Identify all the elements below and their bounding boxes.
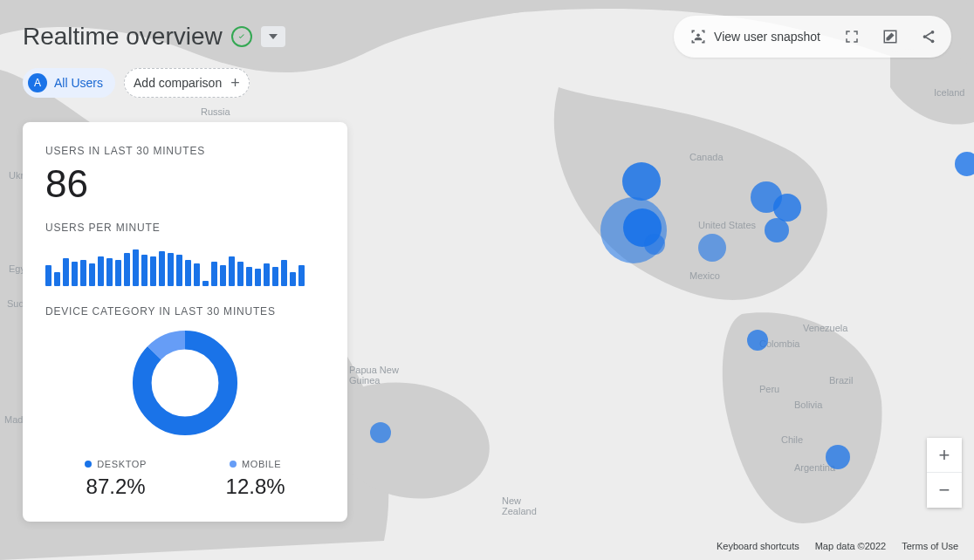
zoom-in-button[interactable]: +	[927, 438, 962, 473]
spark-bar	[237, 262, 244, 286]
status-check-icon	[231, 26, 252, 47]
title-dropdown-button[interactable]	[261, 26, 285, 47]
legend-desktop: DESKTOP 87.2%	[85, 455, 147, 499]
snapshot-icon	[689, 28, 707, 45]
zoom-control: + −	[927, 438, 962, 508]
realtime-user-bubble	[622, 162, 661, 201]
realtime-user-bubble	[698, 234, 726, 262]
spark-bar	[115, 260, 121, 286]
spark-bar	[202, 281, 209, 286]
spark-bar	[168, 253, 174, 286]
spark-bar	[194, 263, 200, 286]
spark-bar	[281, 260, 287, 286]
keyboard-shortcuts-link[interactable]: Keyboard shortcuts	[717, 541, 799, 551]
spark-bar	[80, 260, 86, 286]
terms-link[interactable]: Terms of Use	[902, 541, 958, 551]
spark-bar	[159, 251, 165, 286]
edit-icon	[882, 29, 898, 44]
edit-button[interactable]	[875, 21, 906, 52]
spark-bar	[185, 260, 191, 286]
users-per-minute-label: USERS PER MINUTE	[45, 222, 325, 234]
users-30min-value: 86	[45, 162, 325, 206]
realtime-user-bubble	[826, 445, 850, 469]
chip-label: Add comparison	[134, 76, 222, 90]
legend-mobile: MOBILE 12.8%	[226, 455, 285, 499]
device-donut-chart	[128, 326, 242, 440]
plus-icon: +	[230, 75, 240, 91]
realtime-user-bubble	[644, 234, 665, 255]
realtime-user-bubble	[747, 330, 768, 351]
view-snapshot-button[interactable]: View user snapshot	[681, 21, 829, 52]
spark-bar	[124, 253, 130, 286]
spark-bar	[290, 272, 296, 286]
all-users-chip[interactable]: A All Users	[23, 68, 115, 98]
realtime-user-bubble	[773, 194, 801, 222]
spark-bar	[133, 249, 139, 286]
share-button[interactable]	[913, 21, 944, 52]
users-per-minute-chart	[45, 242, 325, 286]
realtime-user-bubble	[370, 422, 391, 443]
fullscreen-button[interactable]	[836, 21, 868, 52]
spark-bar	[54, 272, 60, 286]
realtime-card: USERS IN LAST 30 MINUTES 86 USERS PER MI…	[23, 122, 347, 522]
zoom-out-button[interactable]: −	[927, 473, 962, 508]
realtime-user-bubble	[765, 218, 789, 242]
spark-bar	[141, 255, 147, 286]
spark-bar	[264, 263, 270, 286]
spark-bar	[106, 258, 113, 286]
spark-bar	[45, 265, 51, 286]
spark-bar	[63, 258, 69, 286]
svg-point-1	[696, 34, 700, 38]
page-title: Realtime overview	[23, 23, 223, 51]
map-data-label: Map data ©2022	[815, 541, 887, 551]
spark-bar	[298, 265, 305, 286]
spark-bar	[89, 263, 95, 286]
snapshot-label: View user snapshot	[714, 30, 820, 44]
spark-bar	[176, 255, 182, 286]
chip-label: All Users	[54, 76, 103, 90]
share-icon	[921, 29, 936, 44]
users-30min-label: USERS IN LAST 30 MINUTES	[45, 145, 325, 157]
spark-bar	[229, 256, 235, 286]
spark-bar	[98, 256, 104, 286]
spark-bar	[150, 256, 156, 286]
spark-bar	[72, 262, 78, 286]
map-attribution: Keyboard shortcuts Map data ©2022 Terms …	[717, 541, 958, 551]
spark-bar	[255, 269, 261, 286]
device-category-label: DEVICE CATEGORY IN LAST 30 MINUTES	[45, 305, 325, 318]
add-comparison-chip[interactable]: Add comparison +	[124, 68, 250, 98]
realtime-user-bubble	[955, 152, 974, 176]
spark-bar	[272, 267, 278, 286]
spark-bar	[220, 265, 226, 286]
spark-bar	[246, 267, 252, 286]
fullscreen-icon	[844, 29, 860, 44]
spark-bar	[211, 262, 217, 286]
chip-badge: A	[28, 73, 47, 92]
